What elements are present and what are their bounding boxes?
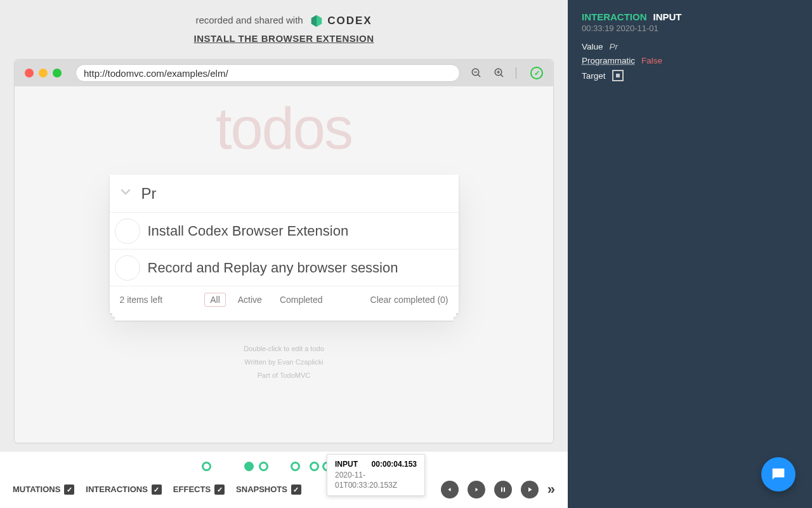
divider [516, 67, 516, 79]
timeline-track[interactable]: INPUT 00:00:04.153 2020-11-01T00:33:20.1… [0, 457, 568, 476]
next-button[interactable] [468, 481, 485, 498]
check-icon: ✓ [291, 485, 301, 495]
browser-titlebar: ✓ [15, 60, 553, 86]
todo-item: Record and Replay any browser session [110, 250, 459, 286]
cube-icon [310, 14, 324, 28]
prop-key-programmatic: Programmatic [582, 56, 635, 65]
check-icon: ✓ [152, 485, 162, 495]
timeline-event-marker[interactable] [310, 462, 319, 471]
event-timestamp: 00:33:19 2020-11-01 [582, 23, 798, 33]
play-button[interactable] [521, 481, 539, 498]
todo-card: Pr Install Codex Browser Extension Recor… [110, 175, 459, 313]
check-icon: ✓ [214, 485, 225, 495]
effects-toggle[interactable]: EFFECTS✓ [173, 485, 225, 495]
window-maximize-button[interactable] [53, 69, 62, 77]
filter-all-button[interactable]: All [204, 293, 226, 307]
todo-checkbox[interactable] [115, 218, 140, 244]
credit-line: Part of TodoMVC [15, 369, 553, 382]
timeline-event-marker[interactable] [202, 462, 211, 471]
browser-frame: ✓ todos Pr Install Codex Browser Extensi… [14, 59, 554, 443]
svg-rect-8 [504, 488, 505, 492]
tooltip-elapsed: 00:00:04.153 [372, 460, 417, 469]
todo-app-title: todos [15, 95, 553, 162]
todo-credits: Double-click to edit a todo Written by E… [15, 342, 553, 382]
chat-launcher-button[interactable] [761, 457, 796, 491]
todo-item: Install Codex Browser Extension [110, 213, 459, 250]
prop-key-target: Target [582, 71, 606, 81]
svg-line-1 [478, 74, 480, 77]
zoom-out-icon[interactable] [470, 67, 483, 79]
tooltip-timestamp: 2020-11-01T00:33:20.153Z [335, 471, 417, 490]
event-category: INTERACTION [582, 11, 647, 22]
verified-icon: ✓ [530, 67, 543, 79]
banner-recorded: recorded and shared with [195, 15, 303, 25]
check-icon: ✓ [64, 485, 74, 495]
timeline-event-marker[interactable] [291, 462, 300, 471]
prev-button[interactable] [441, 481, 459, 498]
event-details-panel: INTERACTION INPUT 00:33:19 2020-11-01 Va… [568, 0, 812, 508]
tooltip-label: INPUT [335, 460, 358, 469]
todo-label[interactable]: Record and Replay any browser session [148, 260, 398, 276]
timeline-event-marker[interactable] [259, 462, 268, 471]
timeline-event-marker[interactable] [244, 462, 254, 471]
window-minimize-button[interactable] [39, 69, 48, 77]
fast-forward-icon[interactable]: » [547, 481, 555, 498]
credit-line: Written by Evan Czaplicki [15, 356, 553, 369]
toggle-all-button[interactable] [110, 185, 141, 202]
credit-line: Double-click to edit a todo [15, 342, 553, 356]
codex-brand-text: CODEX [327, 15, 372, 27]
url-input[interactable] [84, 68, 452, 79]
svg-rect-7 [501, 488, 502, 492]
zoom-in-icon[interactable] [493, 67, 506, 79]
todo-label[interactable]: Install Codex Browser Extension [148, 223, 349, 239]
event-type: INPUT [653, 11, 682, 22]
url-bar[interactable] [75, 64, 460, 82]
todo-checkbox[interactable] [115, 255, 140, 281]
clear-completed-button[interactable]: Clear completed (0) [370, 295, 449, 305]
filter-completed-button[interactable]: Completed [274, 293, 329, 307]
mutations-toggle[interactable]: MUTATIONS✓ [13, 485, 74, 495]
filter-active-button[interactable]: Active [232, 293, 268, 307]
timeline-tooltip: INPUT 00:00:04.153 2020-11-01T00:33:20.1… [327, 454, 425, 496]
timeline-bar: INPUT 00:00:04.153 2020-11-01T00:33:20.1… [0, 451, 568, 508]
prop-val-programmatic: False [641, 56, 662, 65]
install-extension-link[interactable]: INSTALL THE BROWSER EXTENSION [0, 33, 568, 44]
codex-logo: CODEX [310, 14, 372, 28]
prop-key-value: Value [582, 42, 603, 51]
prop-val-value: Pr [610, 42, 619, 51]
new-todo-input[interactable]: Pr [141, 185, 157, 203]
snapshots-toggle[interactable]: SNAPSHOTS✓ [236, 485, 301, 495]
pause-button[interactable] [494, 481, 512, 498]
window-close-button[interactable] [25, 69, 34, 77]
interactions-toggle[interactable]: INTERACTIONS✓ [86, 485, 162, 495]
svg-line-4 [501, 74, 503, 77]
target-icon[interactable] [612, 70, 624, 81]
items-left-count: 2 items left [120, 295, 163, 305]
